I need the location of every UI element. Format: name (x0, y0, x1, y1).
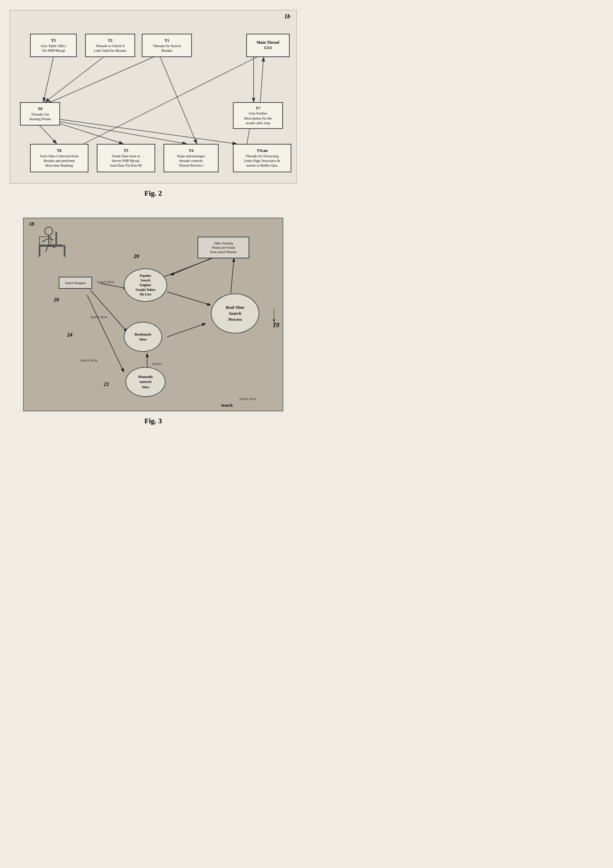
ref-1b: 1b (284, 13, 290, 20)
svg-line-2 (45, 57, 104, 102)
t7-text: Gets FurtherDescription for theresults a… (244, 111, 272, 125)
t1-text: Threads for SearchResults (153, 43, 181, 53)
manually-circle: ManuallyenteredSites (125, 367, 166, 397)
t2-text: Threads to Check ifLink Valid for Result… (94, 43, 126, 53)
svg-rect-26 (39, 247, 40, 257)
t3-title: T3 (51, 38, 56, 43)
svg-line-1 (43, 57, 53, 102)
tscan-box: TScan Threads for ExtractingLinks Page S… (233, 144, 291, 172)
main-title: Main ThreadGUI (257, 40, 279, 50)
person-figure (32, 222, 69, 259)
svg-line-15 (101, 284, 127, 288)
svg-line-8 (53, 121, 187, 144)
svg-point-30 (45, 227, 53, 235)
t0-ref-fig3: T0 (272, 322, 279, 329)
search-term-4: Search Term (239, 397, 256, 401)
fig2-caption: Fig. 2 (10, 189, 297, 198)
manually-text: ManuallyenteredSites (138, 374, 153, 390)
search-term-3: Search Term (80, 358, 97, 362)
other-starting-text: Other StartingPoints are Foundfrom searc… (210, 241, 237, 254)
num-24: 24 (67, 332, 73, 338)
fig3-diagram: 1B 20 25 26 (23, 218, 283, 411)
search-request-text: Search Request (65, 281, 86, 285)
main-thread-box: Main ThreadGUI (246, 34, 289, 57)
svg-line-7 (50, 121, 124, 144)
svg-line-19 (90, 290, 127, 332)
other-starting-box: Other StartingPoints are Foundfrom searc… (198, 237, 249, 259)
bookmark-circle: BookmarkSites (124, 322, 162, 352)
t5-text: Sends Data back toServer PHP Mysql,load … (110, 153, 142, 168)
fig2-diagram: 1b (10, 10, 297, 184)
svg-line-6 (39, 124, 57, 144)
svg-line-16 (167, 292, 211, 305)
search-term-2: Search Term (90, 315, 107, 319)
t2-title: T2 (108, 38, 113, 43)
t5-box: T5 Sends Data back toServer PHP Mysql,lo… (97, 144, 155, 172)
t7-box: T7 Gets FurtherDescription for theresult… (233, 102, 283, 129)
t6-box: T6 Sorts Data Collected fromResults and … (30, 144, 88, 172)
num-20: 20 (134, 253, 139, 259)
svg-line-32 (42, 239, 49, 242)
svg-rect-36 (39, 237, 51, 245)
fig3-caption: Fig. 3 (10, 417, 297, 425)
t1-title: T1 (164, 38, 169, 43)
t7-title: T7 (255, 106, 260, 111)
svg-line-20 (167, 324, 206, 337)
t0-title: T0 (38, 107, 42, 112)
svg-line-9 (57, 119, 237, 144)
fig2-section: 1b (10, 10, 297, 204)
num-21: 21 (104, 381, 109, 387)
svg-line-3 (47, 57, 153, 104)
svg-line-12 (84, 50, 270, 144)
fig3-section: 1B 20 25 26 (10, 218, 297, 432)
realtime-circle: Real-TimeSearchProcess (211, 293, 259, 333)
search-term-1: Search Term (97, 280, 114, 284)
tscan-text: Threads for ExtractingLinks Page Structu… (244, 153, 280, 168)
num-26: 26 (54, 297, 59, 303)
svg-rect-29 (52, 244, 62, 246)
popular-engines-text: PopularSearchEnginesGoogle YahooMs Live (136, 273, 155, 297)
tscan-title: TScan (257, 148, 268, 153)
svg-line-17 (231, 259, 234, 295)
t3-box: T3 Gets Table URLsVia PHP/Mysql (30, 34, 77, 57)
svg-line-5 (260, 57, 264, 102)
t0-text: Threads GetStarting Points (29, 112, 51, 121)
realtime-text: Real-TimeSearchProcess (226, 304, 245, 323)
t6-title: T6 (57, 148, 61, 153)
t4-text: Stops and managesthreads controlsThread … (177, 153, 205, 168)
t0-box: T0 Threads GetStarting Points (20, 102, 60, 126)
t6-text: Sorts Data Collected fromResults and per… (40, 153, 78, 168)
t1-box: T1 Threads for SearchResults (142, 34, 192, 57)
answer-label: answer (152, 362, 162, 366)
t2-box: T2 Threads to Check ifLink Valid for Res… (85, 34, 135, 57)
t5-title: T5 (124, 148, 128, 153)
svg-line-10 (160, 57, 197, 144)
t4-box: T4 Stops and managesthreads controlsThre… (164, 144, 218, 172)
search-request-box: Search Request (59, 277, 92, 289)
t4-title: T4 (189, 148, 193, 153)
t3-text: Gets Table URLsVia PHP/Mysql (41, 43, 66, 53)
popular-engines-circle: PopularSearchEnginesGoogle YahooMs Live (124, 268, 167, 302)
search-label-bottom: Search (221, 403, 232, 408)
svg-rect-27 (64, 247, 65, 257)
bookmark-text: BookmarkSites (135, 332, 151, 342)
